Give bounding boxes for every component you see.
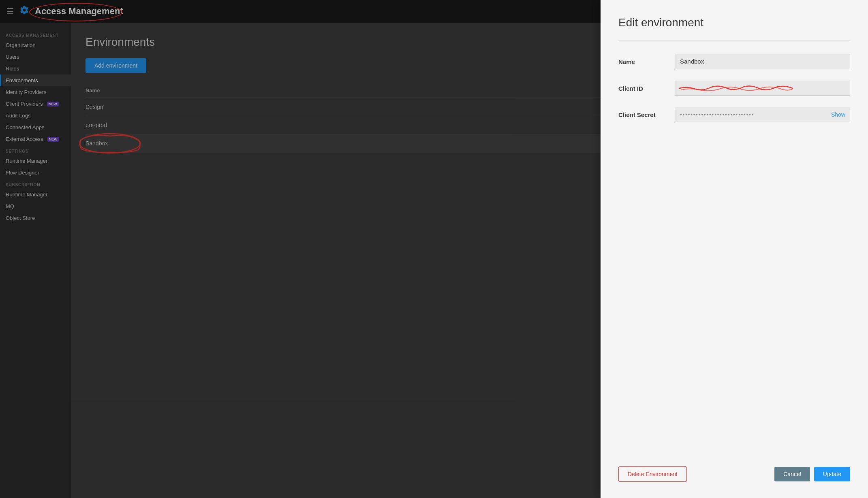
client-secret-dots: •••••••••••••••••••••••••••• [680, 112, 754, 118]
modal-title: Edit environment [618, 16, 850, 29]
name-label: Name [618, 58, 675, 65]
modal-client-secret-field: Client Secret ••••••••••••••••••••••••••… [618, 107, 850, 122]
cancel-button[interactable]: Cancel [774, 467, 810, 481]
modal-spacer [618, 134, 850, 434]
delete-environment-button[interactable]: Delete Environment [618, 466, 687, 482]
update-button[interactable]: Update [814, 467, 850, 481]
modal-overlay: Edit environment Name Client ID Client S… [0, 0, 868, 498]
edit-environment-modal: Edit environment Name Client ID Client S… [601, 0, 868, 498]
modal-client-id-field: Client ID [618, 81, 850, 96]
client-id-container [675, 81, 850, 96]
client-id-label: Client ID [618, 85, 675, 92]
name-input[interactable] [675, 54, 850, 69]
client-id-input[interactable] [675, 81, 850, 96]
client-secret-container: •••••••••••••••••••••••••••• Show [675, 107, 850, 122]
show-secret-button[interactable]: Show [831, 111, 845, 118]
modal-name-field: Name [618, 54, 850, 69]
modal-footer: Delete Environment Cancel Update [618, 458, 850, 482]
modal-footer-right: Cancel Update [774, 467, 850, 481]
modal-divider [618, 40, 850, 41]
client-secret-label: Client Secret [618, 111, 675, 118]
